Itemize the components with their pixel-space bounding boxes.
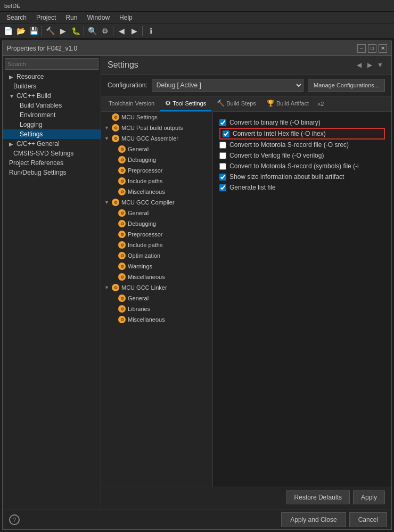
nav-down[interactable]: ▼ (375, 60, 385, 70)
ts-compiler-general[interactable]: ⚙ General (101, 208, 212, 218)
tree-item-settings[interactable]: Settings (3, 129, 101, 139)
search-box[interactable] (5, 58, 98, 70)
ts-compiler-warnings[interactable]: ⚙ Warnings (101, 261, 212, 272)
checkbox-srec[interactable] (219, 142, 226, 149)
ts-label: MCU GCC Compiler (121, 199, 175, 206)
menu-help[interactable]: Help (115, 13, 137, 22)
gear-icon: ⚙ (118, 231, 126, 238)
gear-icon: ⚙ (118, 263, 126, 270)
ts-assembler-misc[interactable]: ⚙ Miscellaneous (101, 186, 212, 197)
toolbar-settings[interactable]: ⚙ (99, 25, 111, 37)
nav-back[interactable]: ◀ (354, 60, 364, 70)
minimize-button[interactable]: − (357, 44, 366, 53)
ts-compiler-include[interactable]: ⚙ Include paths (101, 240, 212, 250)
tab-label: Build Steps (226, 100, 256, 107)
tree-item-cmsis[interactable]: CMSIS-SVD Settings (3, 149, 101, 158)
gear-icon: ⚙ (112, 124, 119, 132)
ts-mcu-linker[interactable]: ▼ ⚙ MCU GCC Linker (101, 282, 212, 293)
checkbox-label-srec: Convert to Motorola S-record file (-O sr… (229, 141, 349, 149)
config-select[interactable]: Debug [ Active ] (152, 79, 303, 92)
tree-item-rundebug[interactable]: Run/Debug Settings (3, 168, 101, 177)
toolbar-run[interactable]: ▶ (57, 25, 69, 37)
restore-defaults-button[interactable]: Restore Defaults (286, 490, 350, 504)
tab-tool-settings[interactable]: ⚙ Tool Settings (160, 96, 211, 111)
menubar: Search Project Run Window Help (0, 12, 394, 23)
menu-search[interactable]: Search (2, 13, 31, 22)
manage-configurations-button[interactable]: Manage Configurations... (308, 79, 385, 92)
ts-assembler-include[interactable]: ⚙ Include paths (101, 176, 212, 186)
ts-mcu-compiler[interactable]: ▼ ⚙ MCU GCC Compiler (101, 197, 212, 208)
ts-linker-general[interactable]: ⚙ General (101, 293, 212, 304)
checkbox-size[interactable] (219, 174, 226, 181)
checkbox-srec-sym[interactable] (219, 163, 226, 170)
nav-forward[interactable]: ▶ (365, 60, 374, 70)
checkbox-hex[interactable] (223, 130, 229, 137)
toolbar-sep3 (113, 26, 113, 36)
ts-label: Miscellaneous (128, 274, 165, 280)
ts-assembler-general[interactable]: ⚙ General (101, 144, 212, 154)
tree-item-buildvars[interactable]: Build Variables (3, 101, 101, 110)
tree-label: Environment (20, 111, 55, 119)
ts-assembler-debugging[interactable]: ⚙ Debugging (101, 154, 212, 165)
gear-icon: ⚙ (112, 113, 119, 121)
toolbar-open[interactable]: 📂 (15, 25, 27, 37)
toolbar-new[interactable]: 📄 (2, 25, 14, 37)
tree-item-resource[interactable]: ▶ Resource (3, 72, 101, 81)
ts-linker-libraries[interactable]: ⚙ Libraries (101, 304, 212, 314)
tree-item-ccgeneral[interactable]: ▶ C/C++ General (3, 139, 101, 149)
maximize-button[interactable]: □ (368, 44, 376, 53)
ts-mcu-settings[interactable]: ⚙ MCU Settings (101, 112, 212, 122)
tab-build-steps[interactable]: 🔨 Build Steps (211, 96, 261, 111)
tree-label: Build Variables (20, 102, 62, 109)
ts-compiler-misc[interactable]: ⚙ Miscellaneous (101, 272, 212, 282)
ts-label: Include paths (128, 242, 162, 248)
toolbar-forward[interactable]: ▶ (128, 25, 140, 37)
tab-toolchain-version[interactable]: Toolchain Version (103, 97, 160, 111)
gear-icon: ⚙ (118, 294, 126, 302)
ts-mcu-assembler[interactable]: ▼ ⚙ MCU GCC Assembler (101, 133, 212, 144)
menu-window[interactable]: Window (83, 13, 114, 22)
search-input[interactable] (5, 58, 98, 70)
gear-icon: ⚙ (118, 188, 126, 195)
toolbar-save[interactable]: 💾 (28, 25, 39, 37)
toolbar-build[interactable]: 🔨 (44, 25, 56, 37)
toolbar-back[interactable]: ◀ (116, 25, 127, 37)
toolbar-debug[interactable]: 🐛 (70, 25, 81, 37)
menu-project[interactable]: Project (32, 13, 60, 22)
tab-more[interactable]: »2 (314, 97, 327, 110)
check-row-srec-sym: Convert to Motorola S-record (symbols) f… (219, 161, 385, 171)
window-body: ▶ Resource Builders ▼ C/C++ Build Build … (3, 56, 391, 510)
right-panel: Settings ◀ ▶ ▼ Configuration: Debug [ Ac… (101, 56, 391, 510)
tree-label: Run/Debug Settings (9, 169, 66, 176)
gear-icon: ⚙ (118, 167, 126, 174)
gear-icon: ⚙ (118, 316, 126, 323)
checkbox-verilog[interactable] (219, 152, 226, 159)
cancel-button[interactable]: Cancel (349, 512, 387, 527)
tree-item-ccbuild[interactable]: ▼ C/C++ Build (3, 91, 101, 101)
ts-mcu-postbuild[interactable]: ▼ ⚙ MCU Post build outputs (101, 122, 212, 133)
close-button[interactable]: ✕ (379, 44, 387, 53)
checkbox-list[interactable] (219, 184, 226, 191)
toolbar-info[interactable]: ℹ (145, 25, 157, 37)
ts-label: Warnings (128, 263, 152, 269)
tree-item-builders[interactable]: Builders (3, 81, 101, 91)
ts-compiler-debugging[interactable]: ⚙ Debugging (101, 218, 212, 229)
check-row-list: Generate list file (219, 182, 385, 193)
btn-row-1: Restore Defaults Apply (108, 490, 385, 504)
apply-button[interactable]: Apply (353, 490, 385, 504)
menu-run[interactable]: Run (61, 13, 81, 22)
tree-item-projrefs[interactable]: Project References (3, 158, 101, 168)
ts-assembler-preprocessor[interactable]: ⚙ Preprocessor (101, 165, 212, 176)
ts-compiler-preprocessor[interactable]: ⚙ Preprocessor (101, 229, 212, 240)
checkbox-binary[interactable] (219, 119, 226, 126)
tree-item-environment[interactable]: Environment (3, 110, 101, 120)
help-icon[interactable]: ? (9, 514, 20, 525)
apply-and-close-button[interactable]: Apply and Close (281, 512, 346, 527)
ts-label: Optimization (128, 252, 160, 259)
tree-item-logging[interactable]: Logging (3, 120, 101, 129)
tab-build-artifact[interactable]: 🏆 Build Artifact (261, 96, 314, 111)
toolbar-search[interactable]: 🔍 (86, 25, 98, 37)
ts-compiler-optimization[interactable]: ⚙ Optimization (101, 250, 212, 261)
ts-linker-misc[interactable]: ⚙ Miscellaneous (101, 314, 212, 325)
gear-icon: ⚙ (112, 199, 119, 206)
